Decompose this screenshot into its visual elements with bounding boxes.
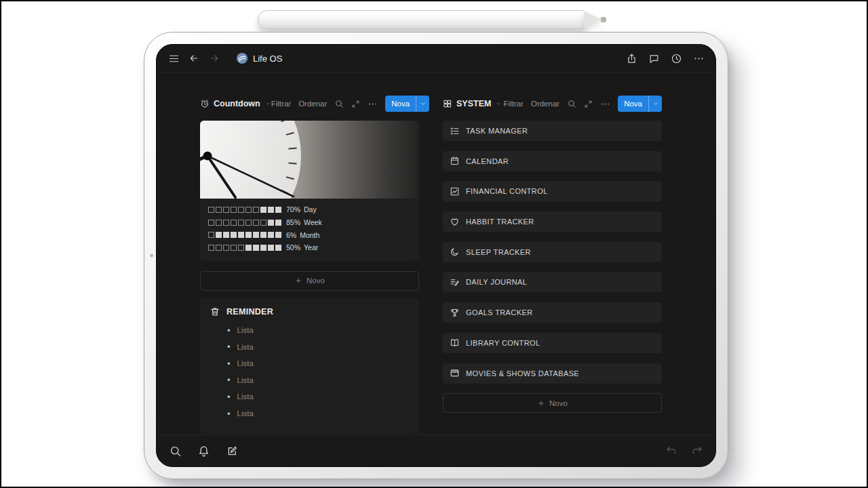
movies-shows-icon	[450, 368, 460, 378]
compose-icon[interactable]	[222, 441, 242, 461]
card-task-manager[interactable]: TASK MANAGER	[443, 121, 662, 141]
card-movies-shows[interactable]: MOVIES & SHOWS DATABASE	[443, 363, 662, 384]
library-control-icon	[450, 338, 460, 348]
ipad-screen: Life OS Countdown	[156, 44, 716, 467]
progress-square	[216, 232, 222, 238]
search-icon[interactable]	[165, 441, 185, 461]
goals-tracker-icon	[450, 308, 460, 318]
progress-square	[208, 220, 214, 226]
list-item-label: Lista	[237, 326, 254, 334]
progress-row-month: 6% Month	[208, 228, 411, 241]
expand-icon[interactable]	[584, 100, 593, 108]
page-content: Countdown Filtrar Ordenar Nova	[157, 73, 715, 434]
list-item[interactable]: Lista	[210, 405, 410, 422]
list-item-label: Lista	[237, 376, 254, 384]
progress-square	[231, 232, 237, 238]
view-selector-system[interactable]: SYSTEM	[443, 99, 502, 108]
back-arrow-icon[interactable]	[185, 49, 203, 67]
list-item[interactable]: Lista	[210, 322, 410, 339]
card-habit-tracker[interactable]: HABBIT TRACKER	[443, 211, 662, 232]
new-item-button[interactable]: Novo	[200, 271, 419, 291]
chevron-down-icon	[495, 100, 502, 107]
card-daily-journal[interactable]: DAILY JOURNAL	[443, 272, 662, 292]
new-item-button[interactable]: Novo	[443, 393, 662, 413]
topbar-actions	[623, 49, 707, 67]
task-manager-icon	[450, 126, 460, 136]
more-options-icon[interactable]	[690, 49, 707, 67]
progress-percent: 85%	[286, 218, 300, 226]
progress-square	[253, 245, 259, 251]
new-button-caret[interactable]	[649, 96, 662, 112]
progress-label: Day	[304, 205, 317, 214]
page-title: Life OS	[253, 54, 282, 64]
filter-button[interactable]: Filtrar	[504, 100, 524, 108]
chevron-down-icon	[652, 100, 659, 107]
more-options-icon[interactable]	[368, 99, 378, 109]
card-sleep-tracker[interactable]: SLEEP TRACKER	[443, 242, 662, 262]
breadcrumb[interactable]: Life OS	[237, 53, 282, 64]
share-icon[interactable]	[623, 49, 640, 67]
card-library-control[interactable]: LIBRARY CONTROL	[443, 333, 662, 353]
progress-square	[223, 232, 229, 238]
new-button-label[interactable]: Nova	[618, 96, 648, 112]
progress-square	[260, 207, 267, 213]
search-icon[interactable]	[567, 99, 576, 108]
history-icon[interactable]	[667, 49, 685, 67]
sidebar-toggle-icon[interactable]	[165, 49, 182, 67]
progress-square	[231, 207, 237, 213]
progress-square	[253, 220, 259, 226]
list-item[interactable]: Lista	[210, 338, 410, 355]
progress-square	[231, 245, 237, 251]
new-button-caret[interactable]	[416, 96, 429, 112]
trash-icon	[210, 306, 220, 317]
filter-button[interactable]: Filtrar	[271, 100, 291, 108]
notifications-bell-icon[interactable]	[193, 441, 214, 461]
progress-square	[268, 207, 274, 213]
card-label: HABBIT TRACKER	[466, 218, 534, 226]
progress-row-day: 70% Day	[208, 203, 411, 216]
progress-label: Month	[300, 231, 319, 239]
comments-icon[interactable]	[645, 49, 663, 67]
progress-squares	[208, 232, 281, 238]
card-goals-tracker[interactable]: GOALS TRACKER	[443, 302, 662, 323]
progress-square	[216, 245, 222, 251]
new-button: Nova	[618, 96, 662, 112]
page-icon	[237, 53, 248, 64]
list-item[interactable]: Lista	[210, 355, 410, 372]
notion-topbar: Life OS	[157, 45, 715, 73]
reminder-card[interactable]: REMINDER Lista Lista Lista Lista Lista L…	[200, 298, 419, 434]
card-financial-control[interactable]: FINANCIAL CONTROL	[443, 181, 662, 201]
list-item-label: Lista	[237, 409, 254, 418]
new-button-label[interactable]: Nova	[385, 96, 416, 112]
chevron-down-icon	[264, 100, 271, 107]
sort-button[interactable]: Ordenar	[298, 100, 327, 108]
daily-journal-icon	[450, 277, 460, 287]
pencil-cone	[584, 11, 602, 28]
progress-squares	[208, 220, 281, 226]
progress-square	[223, 220, 229, 226]
sort-button[interactable]: Ordenar	[531, 100, 559, 108]
countdown-card[interactable]: 70% Day 85% Week 6% Month	[200, 121, 419, 261]
more-options-icon[interactable]	[600, 99, 610, 109]
progress-percent: 6%	[286, 231, 296, 239]
card-calendar[interactable]: CALENDAR	[443, 151, 662, 171]
list-item-label: Lista	[237, 359, 254, 367]
view-selector-countdown[interactable]: Countdown	[200, 99, 271, 108]
progress-square	[268, 232, 274, 238]
progress-square	[208, 245, 214, 251]
new-button: Nova	[385, 96, 429, 112]
card-label: LIBRARY CONTROL	[466, 339, 540, 347]
progress-square	[238, 207, 244, 213]
list-item[interactable]: Lista	[210, 372, 410, 389]
progress-square	[275, 220, 281, 226]
card-label: GOALS TRACKER	[466, 308, 533, 317]
undo-redo-group	[661, 441, 707, 461]
system-toolbar: SYSTEM Filtrar Ordenar Nova	[443, 96, 662, 112]
pencil-tip	[601, 17, 606, 22]
expand-icon[interactable]	[351, 100, 360, 108]
progress-percent: 70%	[286, 205, 300, 214]
progress-square	[208, 207, 214, 213]
search-icon[interactable]	[334, 99, 344, 108]
list-item[interactable]: Lista	[210, 388, 410, 405]
card-label: DAILY JOURNAL	[466, 278, 527, 286]
